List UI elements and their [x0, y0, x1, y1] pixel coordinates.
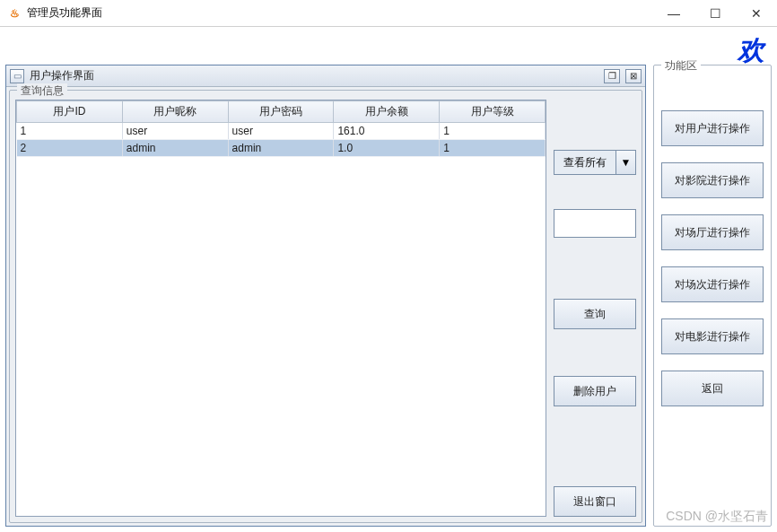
frame-maximize-button[interactable]: ❐ — [604, 69, 620, 83]
window-titlebar: ♨ 管理员功能界面 — ☐ ✕ — [0, 0, 777, 27]
col-user-balance[interactable]: 用户余额 — [334, 101, 440, 123]
chevron-down-icon[interactable]: ▼ — [615, 151, 635, 174]
frame-icon: ▭ — [10, 69, 24, 83]
table-row[interactable]: 2 admin admin 1.0 1 — [17, 140, 546, 157]
cell[interactable]: admin — [122, 140, 228, 157]
close-button[interactable]: ✕ — [736, 0, 777, 27]
minimize-button[interactable]: — — [653, 0, 694, 27]
cell[interactable]: user — [122, 123, 228, 140]
cell[interactable]: 2 — [17, 140, 123, 157]
window-controls: — ☐ ✕ — [653, 0, 777, 27]
cell[interactable]: admin — [228, 140, 334, 157]
internal-frame-title: 用户操作界面 — [30, 68, 598, 83]
frame-close-button[interactable]: ⊠ — [625, 69, 642, 83]
exit-window-button[interactable]: 退出窗口 — [554, 486, 636, 517]
java-cup-icon: ♨ — [7, 6, 22, 21]
search-input[interactable] — [554, 209, 636, 238]
cell[interactable]: 1 — [440, 123, 546, 140]
cell[interactable]: user — [228, 123, 334, 140]
col-user-level[interactable]: 用户等级 — [440, 101, 546, 123]
session-ops-button[interactable]: 对场次进行操作 — [661, 266, 764, 302]
cell[interactable]: 161.0 — [334, 123, 440, 140]
col-user-nickname[interactable]: 用户昵称 — [122, 101, 228, 123]
function-panel: 功能区 对用户进行操作 对影院进行操作 对场厅进行操作 对场次进行操作 对电影进… — [653, 65, 772, 527]
content-area: 欢 ▭ 用户操作界面 ❐ ⊠ 查询信息 — [0, 27, 777, 532]
fieldset-legend: 查询信息 — [17, 83, 67, 99]
cinema-ops-button[interactable]: 对影院进行操作 — [661, 162, 764, 198]
table-row[interactable]: 1 user user 161.0 1 — [17, 123, 546, 140]
cell[interactable]: 1 — [440, 140, 546, 157]
col-user-id[interactable]: 用户ID — [17, 101, 123, 123]
query-fieldset: 查询信息 用户ID 用户昵称 用户密码 用户余额 用户等级 — [9, 90, 642, 523]
hall-ops-button[interactable]: 对场厅进行操作 — [661, 214, 764, 250]
user-ops-button[interactable]: 对用户进行操作 — [661, 110, 764, 146]
internal-frame-titlebar[interactable]: ▭ 用户操作界面 ❐ ⊠ — [6, 65, 645, 87]
window-title: 管理员功能界面 — [27, 5, 102, 21]
filter-combo-value: 查看所有 — [554, 151, 615, 174]
function-panel-legend: 功能区 — [661, 58, 701, 74]
back-button[interactable]: 返回 — [661, 371, 764, 406]
table-header-row: 用户ID 用户昵称 用户密码 用户余额 用户等级 — [17, 101, 546, 123]
internal-frame: ▭ 用户操作界面 ❐ ⊠ 查询信息 用户ID — [5, 65, 646, 527]
welcome-char: 欢 — [738, 32, 764, 69]
filter-combo[interactable]: 查看所有 ▼ — [554, 150, 636, 175]
cell[interactable]: 1.0 — [334, 140, 440, 157]
col-user-password[interactable]: 用户密码 — [228, 101, 334, 123]
query-side-panel: 查看所有 ▼ 查询 删除用户 退出窗口 — [554, 100, 636, 517]
search-button[interactable]: 查询 — [554, 299, 636, 329]
movie-ops-button[interactable]: 对电影进行操作 — [661, 318, 764, 354]
cell[interactable]: 1 — [17, 123, 123, 140]
delete-user-button[interactable]: 删除用户 — [554, 376, 636, 406]
user-table[interactable]: 用户ID 用户昵称 用户密码 用户余额 用户等级 1 u — [15, 100, 546, 517]
maximize-button[interactable]: ☐ — [694, 0, 736, 27]
